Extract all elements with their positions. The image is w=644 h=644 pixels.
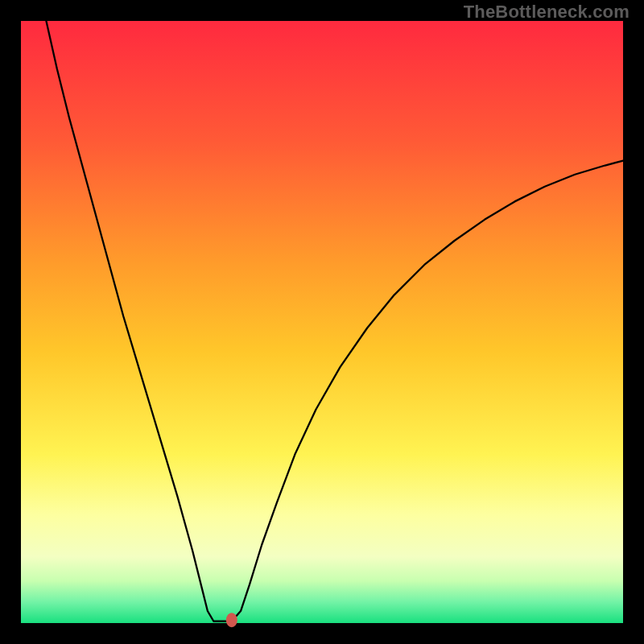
minimum-marker [226,613,237,627]
watermark-text: TheBottleneck.com [464,2,630,23]
chart-wrapper: TheBottleneck.com [0,0,644,644]
plot-background [21,21,623,623]
bottleneck-chart [0,0,644,644]
